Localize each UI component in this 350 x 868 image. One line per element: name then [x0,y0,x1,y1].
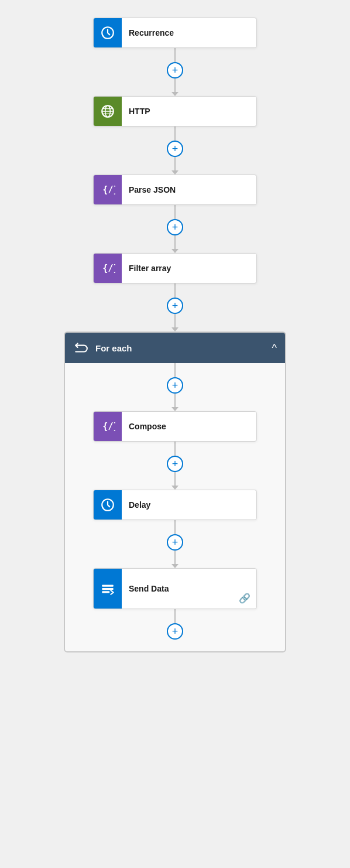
arrow [171,92,179,96]
line [174,157,176,171]
send-data-icon [100,581,115,596]
for-each-collapse-btn[interactable]: ^ [272,343,277,353]
filter-array-icon-wrap: {/} [94,253,122,283]
inner-connector-3: + [167,520,183,568]
inner-connector-bottom: + [167,609,183,640]
parse-json-icon-wrap: {/} [94,175,122,205]
svg-text:{/}: {/} [102,263,115,274]
send-data-node[interactable]: Send Data 🔗 [93,568,257,609]
send-data-icon-wrap [94,568,122,609]
line [174,520,176,534]
clock-icon [100,25,115,40]
flow-canvas: Recurrence + HTTP + {/ [0,18,350,652]
foreach-loop-icon [73,340,88,356]
line [174,394,176,408]
parse-json-label: Parse JSON [129,185,248,194]
connector-2: + [167,127,183,175]
inner-connector-1: + [167,363,183,411]
line [174,442,176,456]
line [174,127,176,141]
add-inner-step-btn-bottom[interactable]: + [167,623,183,640]
send-data-link-icon: 🔗 [239,593,251,604]
delay-node[interactable]: Delay [93,490,257,520]
line [174,235,176,250]
add-step-btn-1[interactable]: + [167,62,183,78]
svg-rect-11 [102,588,114,590]
arrow [171,327,179,332]
delay-icon-wrap [94,490,122,520]
foreach-inner: + {/} Compose + [65,363,285,640]
arrow [171,407,179,411]
connector-3: + [167,205,183,253]
http-icon [100,104,115,119]
connector-1: + [167,48,183,96]
delay-label: Delay [129,500,248,510]
compose-node[interactable]: {/} Compose [93,411,257,442]
line [174,48,176,62]
parse-json-icon: {/} [100,182,115,197]
http-node[interactable]: HTTP [93,96,257,127]
arrow [171,249,179,253]
line [174,363,176,377]
add-step-btn-3[interactable]: + [167,219,183,235]
compose-icon: {/} [100,419,115,434]
compose-label: Compose [129,422,248,431]
connector-4: + [167,283,183,332]
add-step-btn-4[interactable]: + [167,298,183,314]
add-inner-step-btn-3[interactable]: + [167,534,183,551]
filter-array-node[interactable]: {/} Filter array [93,253,257,283]
delay-clock-icon [100,497,115,512]
svg-rect-12 [102,591,109,593]
svg-text:{/}: {/} [102,184,115,195]
parse-json-node[interactable]: {/} Parse JSON [93,175,257,205]
arrow [171,564,179,568]
add-step-btn-2[interactable]: + [167,141,183,157]
recurrence-node[interactable]: Recurrence [93,18,257,48]
line [174,314,176,328]
line [174,283,176,298]
add-inner-step-btn-1[interactable]: + [167,377,183,394]
for-each-label: For each [95,343,272,353]
arrow [171,170,179,175]
line [174,551,176,565]
send-data-label: Send Data [129,584,248,593]
recurrence-icon-wrap [94,18,122,48]
arrow [171,486,179,490]
svg-rect-10 [102,585,114,587]
filter-array-label: Filter array [129,264,248,273]
for-each-container: For each ^ + {/} Compose [64,332,286,652]
recurrence-label: Recurrence [129,28,248,37]
line [174,205,176,219]
line [174,472,176,486]
filter-array-icon: {/} [100,261,115,276]
add-inner-step-btn-2[interactable]: + [167,456,183,472]
compose-icon-wrap: {/} [94,411,122,442]
line [174,609,176,623]
inner-connector-2: + [167,442,183,490]
svg-text:{/}: {/} [102,421,115,432]
http-label: HTTP [129,107,248,116]
for-each-header[interactable]: For each ^ [65,333,285,363]
http-icon-wrap [94,96,122,127]
line [174,78,176,93]
